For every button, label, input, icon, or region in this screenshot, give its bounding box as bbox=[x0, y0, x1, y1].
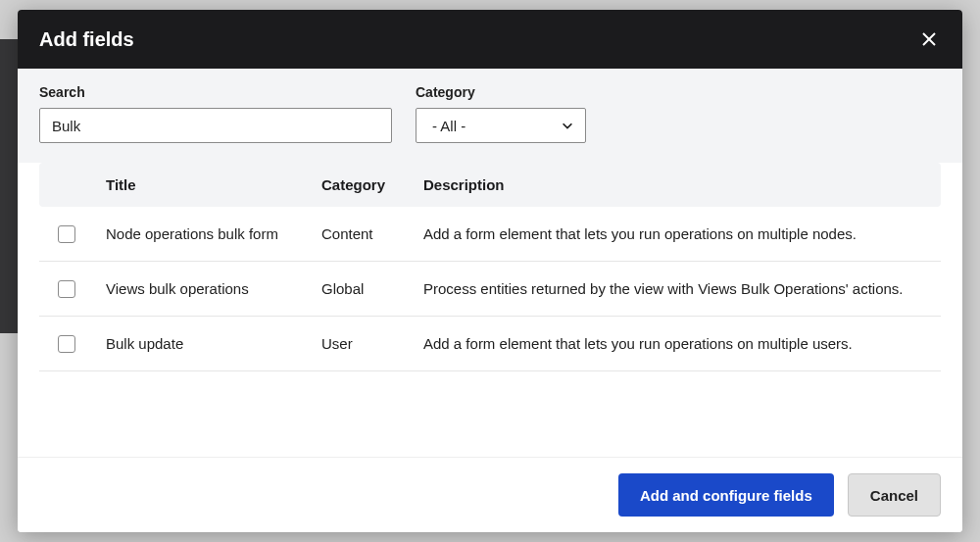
filter-bar: Search Category - All - bbox=[18, 69, 962, 163]
fields-table: Title Category Description Node operatio… bbox=[39, 163, 941, 371]
modal-header: Add fields bbox=[18, 10, 962, 69]
row-description: Add a form element that lets you run ope… bbox=[412, 317, 941, 371]
search-label: Search bbox=[39, 84, 392, 100]
row-title: Views bulk operations bbox=[94, 262, 310, 317]
row-category: Content bbox=[310, 207, 412, 262]
row-checkbox[interactable] bbox=[58, 280, 75, 298]
category-select[interactable]: - All - bbox=[416, 108, 586, 143]
table-row: Views bulk operations Global Process ent… bbox=[39, 262, 941, 317]
row-category: Global bbox=[310, 262, 412, 317]
header-description: Description bbox=[412, 163, 941, 207]
row-title: Node operations bulk form bbox=[94, 207, 310, 262]
table-area[interactable]: Title Category Description Node operatio… bbox=[18, 163, 962, 457]
close-button[interactable] bbox=[917, 27, 941, 51]
category-label: Category bbox=[416, 84, 586, 100]
row-checkbox[interactable] bbox=[58, 225, 75, 243]
table-row: Bulk update User Add a form element that… bbox=[39, 317, 941, 371]
cancel-button[interactable]: Cancel bbox=[848, 473, 941, 517]
close-icon bbox=[921, 31, 937, 47]
header-checkbox-col bbox=[39, 163, 94, 207]
modal-title: Add fields bbox=[39, 28, 134, 51]
search-input[interactable] bbox=[39, 108, 392, 143]
background-blur bbox=[0, 39, 20, 333]
category-select-wrap: - All - bbox=[416, 108, 586, 143]
add-and-configure-button[interactable]: Add and configure fields bbox=[618, 473, 834, 517]
header-category: Category bbox=[310, 163, 412, 207]
header-title: Title bbox=[94, 163, 310, 207]
search-group: Search bbox=[39, 84, 392, 143]
modal-footer: Add and configure fields Cancel bbox=[18, 457, 962, 532]
checkbox-cell bbox=[39, 262, 94, 317]
add-fields-modal: Add fields Search Category - All - bbox=[18, 10, 962, 532]
row-category: User bbox=[310, 317, 412, 371]
table-row: Node operations bulk form Content Add a … bbox=[39, 207, 941, 262]
category-group: Category - All - bbox=[416, 84, 586, 143]
row-title: Bulk update bbox=[94, 317, 310, 371]
row-description: Process entities returned by the view wi… bbox=[412, 262, 941, 317]
checkbox-cell bbox=[39, 207, 94, 262]
row-checkbox[interactable] bbox=[58, 335, 75, 353]
checkbox-cell bbox=[39, 317, 94, 371]
table-header-row: Title Category Description bbox=[39, 163, 941, 207]
row-description: Add a form element that lets you run ope… bbox=[412, 207, 941, 262]
